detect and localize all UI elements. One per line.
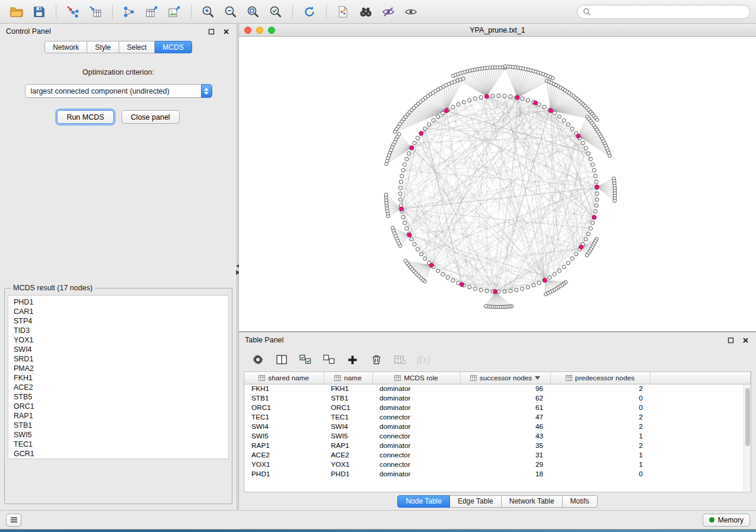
hide-details-button[interactable] bbox=[378, 2, 399, 21]
window-minimize-button[interactable] bbox=[256, 27, 263, 34]
search-box[interactable] bbox=[577, 5, 750, 19]
mcds-result-item[interactable]: FKH1 bbox=[14, 373, 228, 383]
close-panel-button[interactable] bbox=[221, 27, 231, 36]
close-mcds-panel-button[interactable]: Close panel bbox=[122, 110, 180, 124]
mcds-result-groupbox: MCDS result (17 nodes) PHD1 CAR1 STP4 TI… bbox=[4, 284, 232, 504]
main-area: Control Panel Network Style Select MCDS … bbox=[0, 24, 756, 510]
delete-table-icon bbox=[394, 354, 407, 366]
table-row[interactable]: RAP1 RAP1 dominator 35 2 bbox=[244, 441, 751, 450]
mcds-result-item[interactable]: STP4 bbox=[14, 316, 228, 326]
mcds-result-item[interactable]: PHD1 bbox=[14, 297, 228, 307]
tab-style[interactable]: Style bbox=[87, 41, 119, 53]
zoom-out-icon bbox=[224, 5, 238, 19]
column-type-icon bbox=[334, 375, 341, 381]
table-row[interactable]: PHD1 PHD1 dominator 18 0 bbox=[244, 469, 751, 479]
table-row[interactable]: ORC1 ORC1 dominator 61 0 bbox=[244, 403, 751, 412]
table-scrollbar-thumb[interactable] bbox=[745, 388, 750, 446]
open-folder-icon bbox=[9, 5, 24, 19]
tab-node-table[interactable]: Node Table bbox=[397, 495, 450, 508]
mcds-result-item[interactable]: GCR1 bbox=[14, 449, 228, 459]
mcds-result-item[interactable]: STB1 bbox=[14, 421, 228, 430]
zoom-fit-button[interactable] bbox=[243, 2, 264, 21]
mcds-result-item[interactable]: TEC1 bbox=[14, 440, 228, 449]
column-header-name[interactable]: name bbox=[324, 372, 372, 384]
tab-network-table[interactable]: Network Table bbox=[502, 495, 563, 508]
tab-select[interactable]: Select bbox=[119, 41, 155, 53]
unselect-all-columns-button[interactable] bbox=[321, 352, 337, 368]
mcds-result-item[interactable]: TID3 bbox=[14, 326, 228, 335]
mcds-buttons-row: Run MCDS Close panel bbox=[0, 110, 237, 124]
float-table-panel-button[interactable] bbox=[726, 335, 735, 345]
refresh-icon bbox=[302, 5, 317, 19]
mcds-result-item[interactable]: PMA2 bbox=[14, 364, 228, 373]
mcds-result-item[interactable]: ORC1 bbox=[14, 402, 228, 411]
delete-column-button[interactable] bbox=[368, 352, 384, 368]
close-table-panel-button[interactable] bbox=[741, 335, 750, 345]
column-header-filler bbox=[650, 372, 751, 384]
find-button[interactable] bbox=[355, 2, 377, 21]
table-settings-button[interactable] bbox=[250, 352, 266, 368]
criterion-dropdown[interactable]: largest connected component (undirected) bbox=[25, 84, 212, 98]
table-row[interactable]: STB1 STB1 dominator 62 0 bbox=[244, 393, 751, 403]
window-close-button[interactable] bbox=[244, 27, 251, 34]
column-header-mcds-role[interactable]: MCDS role bbox=[372, 372, 460, 384]
run-mcds-button[interactable]: Run MCDS bbox=[57, 110, 113, 124]
network-canvas[interactable] bbox=[239, 37, 756, 331]
mcds-result-item[interactable]: SWI5 bbox=[14, 430, 228, 440]
control-panel-header: Control Panel bbox=[0, 24, 237, 39]
float-panel-button[interactable] bbox=[206, 27, 216, 36]
export-network-button[interactable] bbox=[119, 2, 140, 21]
network-window-title: YPA_prune.txt_1 bbox=[239, 26, 756, 34]
show-console-button[interactable] bbox=[6, 514, 21, 527]
apply-layout-button[interactable] bbox=[299, 2, 320, 21]
mcds-result-item[interactable]: RAP1 bbox=[14, 411, 228, 421]
tab-mcds[interactable]: MCDS bbox=[155, 41, 192, 53]
column-header-predecessor-nodes[interactable]: predecessor nodes bbox=[550, 372, 650, 384]
import-table-button[interactable] bbox=[85, 2, 106, 21]
export-image-button[interactable] bbox=[164, 2, 185, 21]
tab-motifs[interactable]: Motifs bbox=[563, 495, 598, 508]
mcds-result-item[interactable]: SRD1 bbox=[14, 354, 228, 364]
show-columns-button[interactable] bbox=[273, 352, 289, 368]
column-type-icon bbox=[566, 375, 572, 381]
export-table-button[interactable] bbox=[141, 2, 162, 21]
table-row[interactable]: FKH1 FKH1 dominator 96 2 bbox=[244, 384, 751, 393]
mcds-result-item[interactable]: STB5 bbox=[14, 392, 228, 402]
zoom-out-button[interactable] bbox=[220, 2, 241, 21]
column-header-successor-nodes[interactable]: successor nodes bbox=[460, 372, 550, 384]
unselect-all-icon bbox=[323, 354, 336, 366]
table-row[interactable]: ACE2 ACE2 connector 31 1 bbox=[244, 450, 751, 460]
function-builder-button[interactable]: f(x) bbox=[416, 352, 432, 368]
select-all-columns-button[interactable] bbox=[297, 352, 313, 368]
mcds-result-item[interactable]: CAR1 bbox=[14, 307, 228, 316]
column-header-shared-name[interactable]: shared name bbox=[244, 372, 324, 384]
table-row[interactable]: TEC1 TEC1 connector 47 2 bbox=[244, 412, 751, 422]
search-input[interactable] bbox=[595, 8, 744, 16]
network-clipboard-button[interactable] bbox=[333, 2, 354, 21]
create-column-button[interactable] bbox=[344, 352, 361, 368]
open-session-button[interactable] bbox=[6, 2, 27, 21]
table-scrollbar[interactable] bbox=[744, 384, 751, 491]
mcds-result-item[interactable]: YOX1 bbox=[14, 335, 228, 345]
table-row[interactable]: SWI5 SWI5 connector 43 1 bbox=[244, 431, 751, 441]
memory-button[interactable]: Memory bbox=[703, 514, 750, 527]
float-icon bbox=[728, 337, 734, 344]
table-panel: Table Panel bbox=[239, 332, 756, 510]
import-network-button[interactable] bbox=[62, 2, 84, 21]
network-titlebar: YPA_prune.txt_1 bbox=[239, 24, 756, 37]
window-zoom-button[interactable] bbox=[268, 27, 275, 34]
tab-network[interactable]: Network bbox=[44, 41, 87, 53]
sort-caret-icon bbox=[535, 376, 540, 380]
table-row[interactable]: SWI4 SWI4 dominator 46 2 bbox=[244, 422, 751, 431]
table-row[interactable]: YOX1 YOX1 connector 29 1 bbox=[244, 460, 751, 469]
zoom-selected-button[interactable] bbox=[265, 2, 286, 21]
save-session-button[interactable] bbox=[28, 2, 50, 21]
window-controls bbox=[244, 27, 275, 34]
delete-table-button[interactable] bbox=[392, 352, 408, 368]
mcds-result-item[interactable]: SWI4 bbox=[14, 345, 228, 354]
show-details-button[interactable] bbox=[400, 2, 422, 21]
zoom-in-button[interactable] bbox=[197, 2, 219, 21]
tab-edge-table[interactable]: Edge Table bbox=[450, 495, 502, 508]
mcds-result-item[interactable]: ACE2 bbox=[14, 383, 228, 392]
network-graph[interactable] bbox=[239, 37, 756, 331]
